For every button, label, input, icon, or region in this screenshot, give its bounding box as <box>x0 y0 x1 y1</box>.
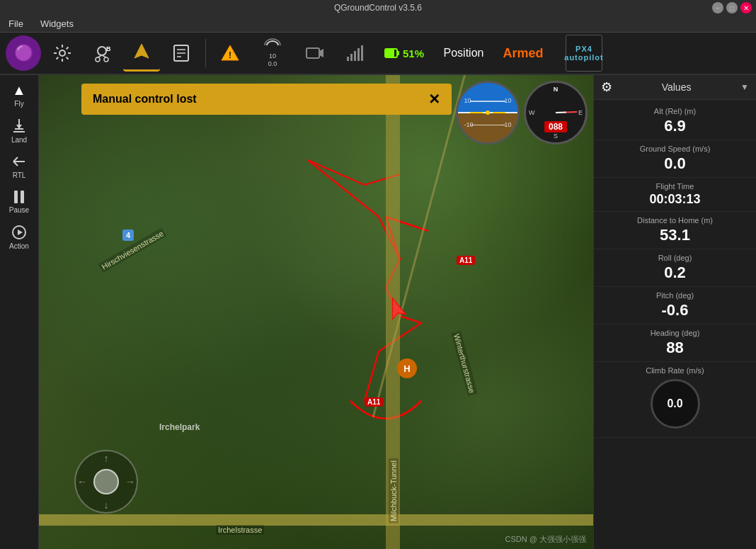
telem-roll-label: Roll (deg) <box>602 254 748 262</box>
horizon-bot-value: -10 <box>464 121 473 128</box>
signal-button[interactable] <box>336 35 373 72</box>
menu-widgets[interactable]: Widgets <box>38 17 76 30</box>
maximize-button[interactable]: □ <box>726 2 738 13</box>
route-badge-4: 4 <box>122 230 134 241</box>
telemetry-list: Alt (Rel) (m) 6.9 Ground Speed (m/s) 0.0… <box>594 100 756 549</box>
title-bar: QGroundControl v3.5.6 − □ ✕ <box>0 0 756 16</box>
road-label-2: Irchelstrasse <box>216 525 264 535</box>
vehicle-setup-button[interactable]: B <box>84 35 120 72</box>
rtl-button[interactable]: RTL <box>2 149 36 183</box>
telem-ft-label: Flight Time <box>602 182 748 191</box>
svg-line-27 <box>308 160 365 185</box>
compass-heading-value: 088 <box>544 121 567 132</box>
pause-label: Pause <box>9 206 29 214</box>
svg-rect-15 <box>307 48 319 58</box>
vehicle-setup-icon: B <box>91 43 113 64</box>
telem-dh-value: 53.1 <box>602 226 748 244</box>
video-button[interactable] <box>297 35 333 72</box>
fly-button[interactable] <box>123 35 160 72</box>
fly-icon <box>132 43 151 62</box>
action-button[interactable]: Action <box>2 220 36 254</box>
svg-rect-22 <box>21 191 24 203</box>
waypoint-a11-2: A11 <box>365 397 383 407</box>
horizon-right-wing <box>493 112 505 113</box>
telem-pitch-value: -0.6 <box>602 301 748 319</box>
map-area[interactable]: Irchelpark Hirschviesenstrasse Irchelstr… <box>39 75 593 549</box>
armed-button[interactable]: Armed <box>495 35 551 72</box>
minimize-button[interactable]: − <box>712 2 723 13</box>
notification-close-button[interactable]: ✕ <box>428 91 440 108</box>
battery-button[interactable]: 51% <box>376 35 433 72</box>
settings-button[interactable] <box>44 35 81 72</box>
telem-dh-label: Distance to Home (m) <box>602 216 748 225</box>
horizon-top-value-r: 10 <box>505 97 512 104</box>
rtl-icon <box>11 153 28 170</box>
drone-marker <box>382 295 411 326</box>
svg-point-0 <box>59 50 65 56</box>
svg-point-2 <box>96 57 100 62</box>
telem-roll-value: 0.2 <box>602 264 748 282</box>
link-status-button[interactable]: 100.0 <box>251 35 294 72</box>
right-panel-header: ⚙ Values ▼ <box>594 75 756 100</box>
app-title: QGroundControl v3.5.6 <box>334 3 422 13</box>
window-controls: − □ ✕ <box>712 2 752 13</box>
warning-button[interactable]: ! <box>212 35 248 72</box>
telem-gs-value: 0.0 <box>602 154 748 173</box>
compass-north: N <box>554 86 559 93</box>
close-button[interactable]: ✕ <box>740 2 752 13</box>
land-button[interactable]: Land <box>2 113 36 147</box>
notification-banner: Manual control lost ✕ <box>81 84 452 115</box>
signal-bars <box>347 45 363 61</box>
telem-roll: Roll (deg) 0.2 <box>594 249 756 287</box>
pause-button[interactable]: Pause <box>2 184 36 218</box>
road-label-3: Winterthurstrasse <box>451 331 477 397</box>
svg-text:!: ! <box>229 50 231 60</box>
telem-heading: Heading (deg) 88 <box>594 324 756 362</box>
instruments: 10 10 -10 -10 N S E W 088 <box>456 81 588 145</box>
warning-icon: ! <box>220 43 240 63</box>
telem-dist-home: Distance to Home (m) 53.1 <box>594 212 756 249</box>
position-button[interactable]: Position <box>435 35 492 72</box>
joystick-right-arrow: → <box>125 476 135 487</box>
watermark: CSDN @ 大强强小强强 <box>505 534 586 545</box>
land-label: Land <box>11 136 27 144</box>
svg-marker-24 <box>18 230 23 235</box>
waypoint-a11-1: A11 <box>457 256 475 265</box>
left-sidebar: ▲ Fly Land RTL Pause <box>0 75 39 549</box>
fly-sidebar-icon: ▲ <box>12 82 26 98</box>
panel-settings-icon[interactable]: ⚙ <box>601 79 612 95</box>
artificial-horizon: 10 10 -10 -10 <box>456 81 520 145</box>
telem-gs-label: Ground Speed (m/s) <box>602 145 748 153</box>
right-panel: ⚙ Values ▼ Alt (Rel) (m) 6.9 Ground Spee… <box>593 75 756 549</box>
menu-bar: File Widgets <box>0 16 756 33</box>
rtl-label: RTL <box>13 171 26 179</box>
horizon-center-dot <box>486 111 490 115</box>
px4-logo: PX4 autopilot <box>566 35 602 72</box>
joystick-up-arrow: ↑ <box>104 453 109 464</box>
panel-dropdown-arrow[interactable]: ▼ <box>740 82 749 92</box>
fly-sidebar-button[interactable]: ▲ Fly <box>2 78 36 112</box>
telem-pitch: Pitch (deg) -0.6 <box>594 287 756 324</box>
map-background: Irchelpark Hirschviesenstrasse Irchelstr… <box>39 75 593 549</box>
settings-icon <box>52 43 72 63</box>
svg-rect-19 <box>397 51 399 55</box>
qgc-logo-button[interactable]: 🟣 <box>6 35 41 71</box>
telem-ft-value: 00:03:13 <box>602 192 748 207</box>
horizon-center-indicator <box>470 111 505 115</box>
home-marker: H <box>397 358 417 378</box>
compass-east: E <box>578 109 583 116</box>
climb-rate-value: 0.0 <box>667 397 682 410</box>
svg-line-5 <box>102 55 106 57</box>
park-label: Irchelpark <box>159 422 200 432</box>
svg-rect-21 <box>14 191 18 203</box>
horizon-bot-value-r: -10 <box>503 121 512 128</box>
virtual-joystick[interactable]: ↑ ↓ ← → <box>74 450 138 514</box>
menu-file[interactable]: File <box>6 17 26 30</box>
svg-point-1 <box>98 47 106 55</box>
telem-alt-label: Alt (Rel) (m) <box>602 107 748 115</box>
horizon-top-value: 10 <box>464 97 471 104</box>
telem-climb-rate: Climb Rate (m/s) 0.0 <box>594 362 756 438</box>
svg-marker-29 <box>386 296 406 319</box>
toolbar: 🟣 B <box>0 33 756 75</box>
plan-button[interactable] <box>163 35 200 72</box>
